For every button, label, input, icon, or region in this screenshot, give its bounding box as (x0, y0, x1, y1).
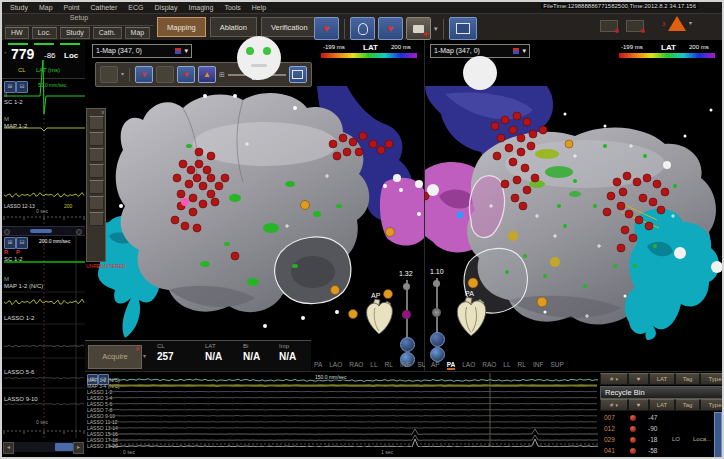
recycle-bin-row[interactable]: 007-47 (600, 412, 714, 423)
heart-reference-icon[interactable] (453, 296, 489, 338)
point-tool-button[interactable]: ♥ (135, 66, 153, 83)
palette-button[interactable] (89, 212, 104, 226)
palette-button[interactable] (89, 180, 104, 194)
slider-knob[interactable] (432, 308, 441, 317)
orientation-ap[interactable]: AP (431, 361, 440, 370)
menu-ecg[interactable]: ECG (128, 4, 143, 11)
orientation-rao[interactable]: RAO (349, 361, 363, 370)
snapshot-dropdown[interactable]: ▾ (434, 25, 438, 33)
palette-button[interactable] (89, 196, 104, 210)
column-header-tag[interactable]: Tag (675, 399, 700, 411)
slider-knob[interactable] (433, 280, 440, 287)
scrollbar-thumb[interactable] (55, 443, 73, 451)
menu-display[interactable]: Display (155, 4, 178, 11)
column-header-lat[interactable]: LAT (649, 399, 675, 411)
menu-catheter[interactable]: Catheter (91, 4, 118, 11)
palette-button[interactable] (89, 164, 104, 178)
recycle-bin-row[interactable]: 041-58 (600, 445, 714, 456)
orientation-inf[interactable]: INF (533, 361, 543, 370)
heart-view-button[interactable]: ♥ (314, 17, 339, 40)
trace-zoom-icon[interactable]: ⊞ (4, 237, 16, 249)
balloon-tool-button[interactable] (350, 17, 375, 40)
view-rotate-button[interactable] (430, 347, 445, 362)
table-scrollbar[interactable] (714, 412, 722, 458)
orientation-rao[interactable]: RAO (482, 361, 496, 370)
lat-color-scale (321, 53, 417, 58)
orientation-ll[interactable]: LL (370, 361, 377, 370)
stat-lat: LATN/A (205, 343, 222, 362)
time-scale-label: 1 sec (381, 449, 393, 455)
palette-button[interactable] (89, 148, 104, 162)
recycle-bin-row[interactable]: 029-18LOLoca... (600, 434, 714, 445)
setup-button-map[interactable]: Map (125, 27, 151, 39)
snapshot-button[interactable] (406, 17, 431, 40)
palette-button[interactable] (89, 132, 104, 146)
trace-settings-icon[interactable]: ⊟ (16, 237, 28, 249)
scroll-right-button[interactable]: ► (73, 442, 84, 454)
menu-tools[interactable]: Tools (224, 4, 240, 11)
layout-button[interactable] (449, 17, 477, 40)
carto-logo-icon[interactable] (668, 16, 686, 31)
playback-camera-icon[interactable] (626, 20, 644, 32)
cone-tool-button[interactable]: ▲ (198, 66, 216, 83)
orientation-sup[interactable]: SUP (550, 361, 563, 370)
orientation-ll[interactable]: LL (503, 361, 510, 370)
recycle-bin-row[interactable]: 012-90 (600, 423, 714, 434)
view-reset-button[interactable] (400, 337, 415, 352)
tab-ablation[interactable]: Ablation (210, 17, 257, 37)
orientation-lao[interactable]: LAO (462, 361, 475, 370)
menu-imaging[interactable]: Imaging (188, 4, 213, 11)
map-selector-left[interactable]: 1-Map (347, 0) ▾ (92, 44, 192, 58)
palette-button[interactable] (89, 116, 104, 130)
logo-dropdown[interactable]: ▾ (689, 20, 692, 27)
setup-button-hw[interactable]: HW (5, 27, 29, 39)
scroll-left-button[interactable]: ◄ (3, 442, 14, 454)
orientation-rl[interactable]: RL (385, 361, 393, 370)
panel-splitter[interactable] (2, 226, 85, 236)
column-header-lat[interactable]: LAT (649, 373, 675, 385)
orientation-rl[interactable]: RL (518, 361, 526, 370)
chevron-down-icon[interactable]: ▾ (121, 71, 124, 78)
column-header-icon[interactable]: ♥ (628, 399, 649, 411)
column-header-tag[interactable]: Tag (675, 373, 700, 385)
menu-map[interactable]: Map (39, 4, 53, 11)
stat-value: 257 (157, 351, 174, 362)
screen-tool-button[interactable] (289, 66, 307, 83)
slider-knob[interactable] (403, 283, 410, 290)
collapse-chevron-icon[interactable]: ▾ (143, 353, 146, 360)
map-tool-button[interactable] (100, 66, 118, 83)
orientation-inf[interactable]: INF (400, 361, 410, 370)
ecg-scrollbar[interactable]: ◄ ► (3, 442, 84, 452)
menu-point[interactable]: Point (64, 4, 80, 11)
view-reset-button[interactable] (430, 332, 445, 347)
column-header-icon[interactable]: ♥ (628, 373, 649, 385)
orientation-lao[interactable]: LAO (329, 361, 342, 370)
heart-signal-button[interactable]: ♥ (378, 17, 403, 40)
heart-reference-icon[interactable] (363, 298, 395, 336)
review-camera-icon[interactable] (600, 20, 618, 32)
column-header-num[interactable]: #▾ (600, 399, 628, 411)
acquire-button[interactable]: Acquire ✕ (88, 345, 142, 369)
tab-verification[interactable]: Verification (261, 17, 318, 37)
column-header-num[interactable]: #▾ (600, 373, 628, 385)
trace-settings-icon[interactable]: ⊟ (16, 81, 28, 93)
column-header-type[interactable]: Type (700, 399, 724, 411)
column-header-type[interactable]: Type (700, 373, 724, 385)
channel-label-lasso2: LASSO 5-6 (4, 369, 34, 376)
orientation-pa[interactable]: PA (447, 361, 456, 370)
menu-help[interactable]: Help (252, 4, 266, 11)
grid-icon[interactable]: ⊞ (219, 71, 225, 79)
tool-button[interactable] (156, 66, 174, 83)
orientation-sticker (237, 36, 281, 80)
balloon-icon (358, 23, 368, 35)
catheter-tool-button[interactable]: ♥ (177, 66, 195, 83)
close-icon[interactable]: x (102, 109, 105, 115)
setup-button-loc[interactable]: Loc. (32, 27, 57, 39)
setup-button-cath[interactable]: Cath. (93, 27, 122, 39)
menu-study[interactable]: Study (10, 4, 28, 11)
tab-mapping[interactable]: Mapping (157, 17, 206, 37)
orientation-pa[interactable]: PA (314, 361, 322, 370)
points-tables: #▾♥LATTagType Recycle Bin #▾♥LATTagType … (600, 372, 722, 459)
slider-knob[interactable] (402, 310, 411, 319)
setup-button-study[interactable]: Study (60, 27, 90, 39)
